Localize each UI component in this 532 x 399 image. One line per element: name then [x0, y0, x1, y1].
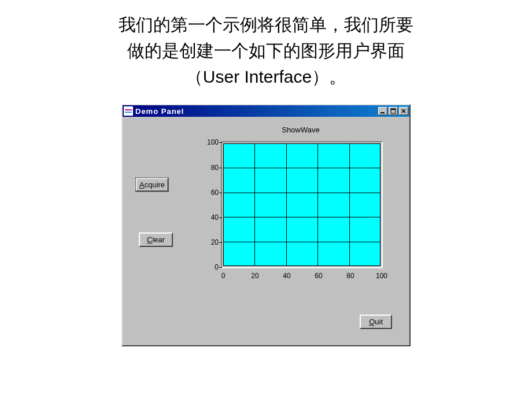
x-tick-40: 40 [283, 272, 290, 280]
x-tick-80: 80 [346, 272, 354, 280]
heading-line3-prefix: （ [186, 67, 203, 86]
minimize-button[interactable] [378, 107, 387, 115]
y-tick-20: 20 [201, 238, 219, 246]
graph-title: ShowWave [204, 125, 398, 134]
slide-heading: 我们的第一个示例将很简单，我们所要 做的是创建一个如下的图形用户界面 （User… [0, 0, 532, 95]
maximize-button[interactable] [389, 107, 398, 115]
svg-rect-0 [380, 112, 385, 113]
heading-line2: 做的是创建一个如下的图形用户界面 [127, 41, 405, 60]
window-title: Demo Panel [135, 107, 377, 116]
heading-line3-suffix: ）。 [312, 67, 346, 86]
window-titlebar[interactable]: Demo Panel [123, 105, 409, 117]
heading-line1: 我们的第一个示例将很简单，我们所要 [119, 15, 413, 34]
window-body: ShowWave 100 80 [123, 117, 409, 345]
y-tick-60: 60 [201, 189, 219, 197]
x-tick-0: 0 [221, 272, 226, 280]
clear-hotkey: C [147, 235, 152, 244]
clear-button[interactable]: Clear [139, 232, 173, 247]
graph-area: 100 80 60 40 20 0 0 20 40 60 80 100 [204, 141, 389, 286]
maximize-icon [390, 108, 396, 114]
acquire-hotkey: A [139, 180, 145, 189]
app-icon [124, 106, 133, 116]
quit-hotkey: Q [369, 317, 375, 326]
x-tick-100: 100 [376, 272, 387, 280]
window-controls [377, 107, 408, 115]
x-tick-60: 60 [315, 272, 322, 280]
acquire-button[interactable]: Acquire [135, 178, 169, 192]
quit-button[interactable]: Quit [360, 315, 392, 329]
plot-frame [221, 141, 383, 268]
minimize-icon [380, 108, 386, 114]
y-tick-80: 80 [201, 164, 219, 172]
svg-rect-2 [391, 109, 396, 110]
close-icon [401, 108, 407, 114]
plot-surface[interactable] [223, 143, 380, 266]
y-tick-0: 0 [201, 263, 219, 271]
x-tick-20: 20 [251, 272, 258, 280]
close-button[interactable] [399, 107, 408, 115]
demo-window: Demo Panel ShowWave [121, 104, 411, 346]
y-tick-100: 100 [201, 138, 219, 146]
heading-line3-english: User Interface [203, 67, 312, 86]
y-tick-40: 40 [201, 213, 219, 221]
